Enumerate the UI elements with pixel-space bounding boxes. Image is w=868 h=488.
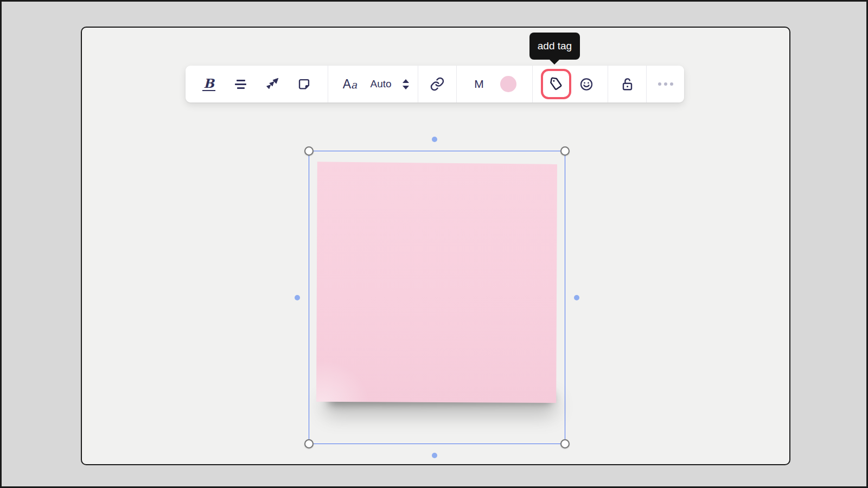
- align-center-icon: [235, 80, 246, 89]
- font-style-icon: Aa: [343, 77, 358, 92]
- add-tag-tooltip: add tag: [529, 33, 580, 60]
- font-size-section: Aa Auto: [328, 66, 418, 102]
- sticky-note-icon: [297, 77, 311, 92]
- sticky-note-button[interactable]: [290, 69, 319, 99]
- bold-icon: B: [202, 77, 215, 91]
- more-icon: [658, 82, 661, 86]
- switch-shape-button[interactable]: M: [464, 69, 494, 99]
- text-format-section: B: [186, 66, 328, 102]
- shape-label: M: [474, 78, 484, 91]
- app-window: add tag B: [0, 0, 868, 488]
- jira-convert-button[interactable]: [258, 69, 287, 99]
- step-down-icon[interactable]: [403, 86, 409, 89]
- font-size-stepper[interactable]: [401, 79, 410, 89]
- jira-icon: [265, 77, 279, 91]
- tooltip-label: add tag: [538, 40, 572, 52]
- unlock-icon: [620, 76, 635, 92]
- connector-anchor-bottom[interactable]: [432, 453, 437, 458]
- step-up-icon[interactable]: [403, 79, 409, 83]
- resize-handle-bottom-right[interactable]: [560, 439, 570, 448]
- shape-color-section: M: [457, 66, 533, 102]
- tag-icon: [548, 76, 564, 92]
- link-button[interactable]: [423, 69, 452, 99]
- selection-box: [309, 151, 565, 444]
- context-toolbar: B: [186, 66, 684, 102]
- fill-color-swatch[interactable]: [500, 76, 516, 92]
- lock-section: [608, 66, 647, 102]
- connector-anchor-left[interactable]: [295, 295, 300, 300]
- text-align-button[interactable]: [226, 69, 256, 99]
- lock-button[interactable]: [612, 69, 642, 99]
- emoji-icon: [579, 76, 594, 92]
- connector-anchor-top[interactable]: [432, 137, 437, 142]
- resize-handle-bottom-left[interactable]: [304, 439, 314, 448]
- sticky-note[interactable]: [316, 161, 557, 403]
- add-tag-button[interactable]: [541, 69, 571, 99]
- resize-handle-top-left[interactable]: [304, 146, 314, 156]
- resize-handle-top-right[interactable]: [560, 146, 570, 156]
- tag-emoji-section: [533, 66, 608, 102]
- font-size-value[interactable]: Auto: [368, 78, 393, 90]
- bold-button[interactable]: B: [194, 69, 224, 99]
- more-options-button[interactable]: [658, 82, 673, 86]
- whiteboard-canvas[interactable]: add tag B: [81, 27, 790, 465]
- font-style-button[interactable]: Aa: [335, 69, 365, 99]
- link-icon: [430, 76, 445, 92]
- more-section: [647, 66, 684, 102]
- connector-anchor-right[interactable]: [574, 295, 579, 300]
- link-section: [418, 66, 457, 102]
- emoji-button[interactable]: [579, 69, 594, 99]
